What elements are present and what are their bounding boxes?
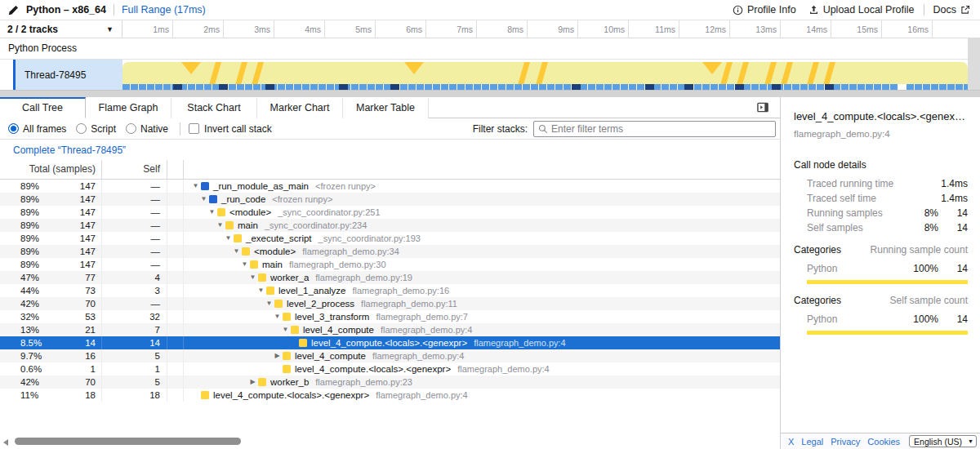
footer: XLegalPrivacyCookies English (US) ▼ <box>781 433 980 449</box>
docs-button[interactable]: Docs <box>933 4 970 16</box>
upload-profile-button[interactable]: Upload Local Profile <box>808 4 915 16</box>
selected-node-title: level_4_compute.<locals>.<genexpr> <box>794 110 968 122</box>
collapse-icon[interactable]: ▼ <box>231 245 242 258</box>
category-square <box>283 352 291 360</box>
call-tree-row[interactable]: 44%733▼level_1_analyzeflamegraph_demo.py… <box>0 284 780 297</box>
edit-pencil-icon[interactable] <box>8 5 19 16</box>
thread-track-header[interactable]: Thread-78495 <box>16 60 122 90</box>
collapse-icon[interactable]: ▼ <box>207 206 217 219</box>
call-tree-row[interactable]: 13%217▼level_4_computeflamegraph_demo.py… <box>0 323 780 336</box>
sample-segment-dark <box>825 84 834 90</box>
call-tree-row[interactable]: 42%70—▼level_2_processflamegraph_demo.py… <box>0 297 780 310</box>
collapse-icon[interactable]: ▼ <box>198 193 209 206</box>
footer-link-privacy[interactable]: Privacy <box>831 437 860 447</box>
thread-activity-graph[interactable] <box>122 60 968 90</box>
top-bar: Python – x86_64 Full Range (17ms) Profil… <box>0 0 980 20</box>
scrollbar-thumb[interactable] <box>15 438 241 445</box>
tab-marker-table[interactable]: Marker Table <box>343 97 429 118</box>
function-name: <module> <box>229 206 271 219</box>
tracks-dropdown[interactable]: 2 / 2 tracks ▼ <box>0 20 122 38</box>
thread-track[interactable]: Thread-78495 <box>0 60 968 90</box>
footer-link-legal[interactable]: Legal <box>801 437 823 447</box>
total-cell: 9.7%16 <box>0 349 102 362</box>
category-square <box>291 326 299 334</box>
call-tree-row[interactable]: 89%147—▼mainflamegraph_demo.py:30 <box>0 258 780 271</box>
call-tree-row[interactable]: 42%705▶worker_bflamegraph_demo.py:23 <box>0 376 780 389</box>
scroll-left-arrow-icon[interactable] <box>3 439 8 446</box>
profile-info-button[interactable]: Profile Info <box>733 4 796 16</box>
category-count: 14 <box>938 314 968 325</box>
footer-link-x[interactable]: X <box>788 437 794 447</box>
activity-marker-slash <box>780 62 793 84</box>
activity-marker-slash <box>806 62 819 84</box>
breadcrumb: Complete “Thread-78495” <box>0 140 780 160</box>
invert-call-stack-checkbox[interactable] <box>189 123 199 134</box>
filter-stacks-input[interactable] <box>548 123 775 135</box>
language-value: English (US) <box>914 437 962 447</box>
total-percent: 89% <box>20 245 39 258</box>
collapse-icon[interactable]: ▼ <box>223 232 234 245</box>
detail-value: 14 <box>938 208 968 219</box>
expand-icon[interactable]: ▶ <box>272 349 283 362</box>
detail-value: 1.4ms <box>938 179 968 189</box>
panel-splitter[interactable] <box>0 90 980 97</box>
category-percent: 100% <box>902 264 938 274</box>
collapse-icon[interactable]: ▼ <box>280 323 291 336</box>
full-range-button[interactable]: Full Range (17ms) <box>122 4 206 16</box>
collapse-icon[interactable]: ▼ <box>272 310 283 323</box>
call-tree-row[interactable]: 89%147—▼<module>_sync_coordinator.py:251 <box>0 206 780 219</box>
collapse-icon[interactable]: ▼ <box>256 284 266 297</box>
collapse-icon[interactable]: ▼ <box>190 180 201 193</box>
language-select[interactable]: English (US) ▼ <box>909 435 977 447</box>
call-tree-row[interactable]: 89%147—▼_execute_script_sync_coordinator… <box>0 232 780 245</box>
spacer-cell <box>167 271 184 284</box>
sample-segment-gap <box>898 84 906 90</box>
sample-segment-dark <box>735 84 744 90</box>
call-tree-row[interactable]: 89%147—▼<module>flamegraph_demo.py:34 <box>0 245 780 258</box>
call-tree-row[interactable]: 9.7%165▶level_4_computeflamegraph_demo.p… <box>0 349 780 362</box>
tab-call-tree[interactable]: Call Tree <box>0 97 86 118</box>
tree-cell: ▼level_3_transformflamegraph_demo.py:7 <box>184 310 780 323</box>
timeline-ruler: 1ms2ms3ms4ms5ms6ms7ms8ms9ms10ms11ms12ms1… <box>122 20 968 38</box>
collapse-icon[interactable]: ▼ <box>239 258 250 271</box>
source-location: flamegraph_demo.py:11 <box>361 297 457 310</box>
horizontal-scrollbar[interactable] <box>0 437 780 447</box>
radio-script[interactable]: Script <box>76 123 116 135</box>
call-tree-row[interactable]: 89%147—▼_run_module_as_main<frozen runpy… <box>0 180 780 193</box>
spacer-cell <box>167 323 184 336</box>
spacer-cell <box>167 362 184 376</box>
call-tree-row[interactable]: 32%5332▼level_3_transformflamegraph_demo… <box>0 310 780 323</box>
radio-native[interactable]: Native <box>126 123 168 135</box>
column-header-self[interactable]: Self <box>102 160 167 179</box>
collapse-icon[interactable]: ▼ <box>264 297 274 310</box>
footer-link-cookies[interactable]: Cookies <box>867 437 900 447</box>
tab-flame-graph[interactable]: Flame Graph <box>86 97 172 118</box>
expand-icon[interactable]: ▶ <box>247 376 258 389</box>
source-location: <frozen runpy> <box>272 193 332 206</box>
top-bar-left: Python – x86_64 Full Range (17ms) <box>0 4 733 16</box>
source-location: _sync_coordinator.py:234 <box>265 219 367 232</box>
open-sidebar-icon[interactable] <box>756 101 769 116</box>
frame-filter-radios: All framesScriptNative <box>0 123 178 135</box>
collapse-icon[interactable]: ▼ <box>215 219 225 232</box>
source-location: <frozen runpy> <box>315 180 376 193</box>
process-track-header[interactable]: Python Process <box>0 38 968 60</box>
call-tree-row[interactable]: 11%1818level_4_compute.<locals>.<genexpr… <box>0 389 780 402</box>
source-location: flamegraph_demo.py:30 <box>289 258 386 271</box>
call-tree-row[interactable]: 0.6%11level_4_compute.<locals>.<genexpr>… <box>0 362 780 376</box>
call-tree-row[interactable]: 89%147—▼main_sync_coordinator.py:234 <box>0 219 780 232</box>
self-cell: — <box>102 297 167 310</box>
activity-marker-v <box>404 62 424 74</box>
call-tree-row[interactable]: 47%774▼worker_aflamegraph_demo.py:19 <box>0 271 780 284</box>
tab-marker-chart[interactable]: Marker Chart <box>257 97 343 118</box>
tab-stack-chart[interactable]: Stack Chart <box>172 97 257 118</box>
sample-segment-dark <box>772 84 781 90</box>
collapse-icon[interactable]: ▼ <box>247 271 258 284</box>
radio-all-frames[interactable]: All frames <box>8 123 66 135</box>
breadcrumb-root-button[interactable]: Complete “Thread-78495” <box>13 144 126 156</box>
total-cell: 89%147 <box>0 193 102 206</box>
column-header-total[interactable]: Total (samples) <box>0 160 102 179</box>
call-tree-row[interactable]: 8.5%1414level_4_compute.<locals>.<genexp… <box>0 336 780 349</box>
call-tree-row[interactable]: 89%147—▼_run_code<frozen runpy> <box>0 193 780 206</box>
total-count: 147 <box>80 245 96 258</box>
